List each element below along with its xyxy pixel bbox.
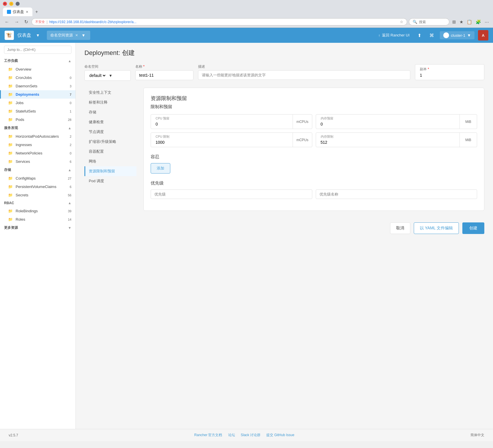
namespace-selector-close[interactable]: ✕ xyxy=(75,33,78,37)
cpu-limit-label: CPU 限制 xyxy=(152,133,291,139)
extensions-btn[interactable]: 🧩 xyxy=(474,18,482,26)
sidebar-item-rolebindings[interactable]: 📁RoleBindings 39 xyxy=(0,207,75,215)
browser-close[interactable]: ✕ xyxy=(3,2,7,6)
footer-slack-link[interactable]: Slack 讨论群 xyxy=(241,433,261,438)
storage-collapse-icon: ▲ xyxy=(68,168,71,172)
desc-field xyxy=(198,70,410,80)
namespace-selector-label: 命名空间资源 xyxy=(50,33,73,38)
nav-item-scaling[interactable]: 扩缩容/升级策略 xyxy=(84,137,136,147)
return-rancher-btn[interactable]: ↑ 返回 Rancher UI xyxy=(376,32,412,39)
priority-name-input[interactable] xyxy=(316,189,477,199)
url-display: https://192.168.168.81/dashboard/c/c-2bh… xyxy=(49,20,398,24)
footer-docs-link[interactable]: Rancher 官方文档 xyxy=(194,433,222,438)
cluster-selector: cluster-1 ▼ xyxy=(440,31,474,39)
sidebar-item-pods[interactable]: 📁Pods 28 xyxy=(0,115,75,124)
search-icon: 🔍 xyxy=(413,20,417,24)
footer-forum-link[interactable]: 论坛 xyxy=(228,433,235,438)
browser-maximize[interactable]: □ xyxy=(16,2,20,6)
nav-item-storage[interactable]: 存储 xyxy=(84,107,136,117)
name-label: 名称 * xyxy=(135,64,193,69)
more-resources-collapse-icon: ▼ xyxy=(68,226,71,230)
limit-section-title: 限制和预留 xyxy=(151,104,477,110)
sidebar-item-jobs[interactable]: 📁Jobs 0 xyxy=(0,99,75,107)
sidebar-item-secrets[interactable]: 📁Secrets 56 xyxy=(0,191,75,199)
namespace-selector-field[interactable]: default ▼ xyxy=(84,70,131,81)
replica-input[interactable] xyxy=(420,73,479,78)
footer-github-link[interactable]: 提交 GitHub Issue xyxy=(266,433,294,438)
mem-limit-label: 内存限制 xyxy=(317,133,459,139)
left-nav: 安全性上下文 标签和注释 存储 健康检查 节点调度 扩缩容/升级策略 容器配置 … xyxy=(84,88,136,211)
more-resources-header[interactable]: 更多资源 ▼ xyxy=(0,224,75,232)
nav-item-security[interactable]: 安全性上下文 xyxy=(84,88,136,97)
refresh-btn[interactable]: ↻ xyxy=(23,18,30,26)
user-avatar[interactable]: A xyxy=(478,30,488,40)
mem-reserve-input[interactable] xyxy=(317,121,459,129)
dashboard-dropdown-btn[interactable]: ▼ xyxy=(35,32,41,39)
name-field-wrapper: 名称 * xyxy=(135,64,193,80)
yaml-edit-btn[interactable]: 以 YAML 文件编辑 xyxy=(414,222,459,234)
mem-limit-group: 内存限制 MiB xyxy=(316,132,477,147)
name-input[interactable] xyxy=(135,70,193,80)
nav-item-container-config[interactable]: 容器配置 xyxy=(84,147,136,156)
nav-item-network[interactable]: 网络 xyxy=(84,156,136,166)
upload-btn[interactable]: ⬆ xyxy=(415,32,424,39)
favorites-btn[interactable]: ★ xyxy=(458,18,464,26)
bookmark-icon[interactable]: ☆ xyxy=(400,20,403,24)
priority-input[interactable] xyxy=(151,189,312,199)
search-input[interactable] xyxy=(419,20,448,24)
cpu-limit-input[interactable] xyxy=(152,139,291,147)
forward-btn[interactable]: → xyxy=(13,18,21,26)
sidebar-item-networkpolicies[interactable]: 📁NetworkPolicies 0 xyxy=(0,149,75,157)
terminal-btn[interactable]: ⌘ xyxy=(427,32,436,39)
sidebar-item-roles[interactable]: 📁Roles 14 xyxy=(0,215,75,224)
desc-input[interactable] xyxy=(198,70,410,80)
browser-tab[interactable]: 仪表盘 ✕ xyxy=(3,8,32,16)
cpu-reserve-label: CPU 预留 xyxy=(152,115,291,121)
workload-collapse-icon: ▲ xyxy=(68,59,71,63)
rbac-section-header[interactable]: RBAC ▲ xyxy=(0,199,75,207)
settings-btn[interactable]: ⋯ xyxy=(483,18,490,26)
sidebar-item-configmaps[interactable]: 📁ConfigMaps 27 xyxy=(0,174,75,182)
sidebar-item-cronjobs[interactable]: 📁CronJobs 0 xyxy=(0,73,75,82)
add-tolerance-btn[interactable]: 添加 xyxy=(151,163,170,174)
new-tab-btn[interactable]: + xyxy=(32,8,41,16)
mem-limit-input[interactable] xyxy=(317,139,459,147)
insecure-indicator: 不安全 xyxy=(35,20,45,24)
resource-form-panel: 资源限制和预留 限制和预留 CPU 预留 mCPUs xyxy=(143,88,484,211)
workload-section-header[interactable]: 工作负载 ▲ xyxy=(0,57,75,65)
namespace-dropdown-btn[interactable]: ▼ xyxy=(80,32,87,39)
sidebar-item-services[interactable]: 📁Services 6 xyxy=(0,157,75,166)
back-btn[interactable]: ← xyxy=(3,18,11,26)
namespace-dropdown-arrow: ▼ xyxy=(109,73,112,78)
create-btn[interactable]: 创建 xyxy=(462,222,484,234)
tab-close-btn[interactable]: ✕ xyxy=(26,10,28,14)
nav-item-node-schedule[interactable]: 节点调度 xyxy=(84,127,136,137)
storage-section-title: 存储 xyxy=(4,167,11,172)
sidebar-item-statefulsets[interactable]: 📁StatefulSets 1 xyxy=(0,107,75,115)
cancel-btn[interactable]: 取消 xyxy=(390,222,410,234)
nav-item-health[interactable]: 健康检查 xyxy=(84,117,136,127)
return-icon: ↑ xyxy=(378,33,380,38)
cpu-reserve-input[interactable] xyxy=(152,121,291,129)
sidebar-item-pvc[interactable]: 📁PersistentVolumeClaims 6 xyxy=(0,182,75,191)
sidebar-item-deployments[interactable]: 📁Deployments 7 xyxy=(0,90,75,99)
storage-section-header[interactable]: 存储 ▲ xyxy=(0,166,75,174)
service-discovery-section-header[interactable]: 服务发现 ▲ xyxy=(0,124,75,132)
page-footer: v2.5.7 Rancher 官方文档 论坛 Slack 讨论群 提交 GitH… xyxy=(0,429,493,441)
collections-btn[interactable]: 📋 xyxy=(466,18,473,26)
namespace-select[interactable]: default xyxy=(88,73,106,78)
priority-section: 优先级 xyxy=(151,180,477,199)
split-view-btn[interactable]: ⊞ xyxy=(451,18,457,26)
sidebar-item-daemonsets[interactable]: 📁DaemonSets 3 xyxy=(0,82,75,90)
nav-item-pod-schedule[interactable]: Pod 调度 xyxy=(84,176,136,186)
browser-minimize[interactable]: − xyxy=(9,2,13,6)
nav-item-labels[interactable]: 标签和注释 xyxy=(84,97,136,107)
sidebar-item-overview[interactable]: 📁Overview xyxy=(0,65,75,73)
nav-item-resource-limit[interactable]: 资源限制和预留 xyxy=(84,166,136,176)
sidebar-item-ingresses[interactable]: 📁Ingresses 2 xyxy=(0,141,75,149)
cluster-dropdown-btn[interactable]: ▼ xyxy=(467,33,471,38)
sidebar-item-hpa[interactable]: 📁HorizontalPodAutoscalers 2 xyxy=(0,132,75,141)
search-bar[interactable]: 🔍 xyxy=(409,18,449,25)
cluster-icon xyxy=(443,32,449,38)
sidebar-search-input[interactable] xyxy=(4,46,71,54)
